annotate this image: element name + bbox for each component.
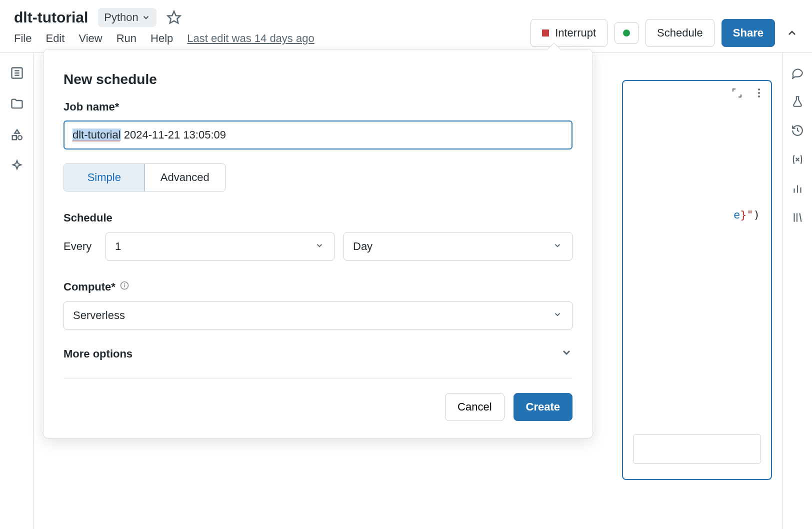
schedule-section: Schedule Every 1 Day [64,212,572,260]
menu-edit[interactable]: Edit [46,32,64,45]
tab-advanced[interactable]: Advanced [145,164,226,191]
job-name-rest: 2024-11-21 13:05:09 [121,128,226,141]
status-dot-icon [623,30,630,36]
share-label: Share [733,26,764,40]
info-icon[interactable] [120,280,130,294]
code-fragment: e}") [734,208,760,221]
chevron-down-icon [142,13,150,22]
code-cell[interactable]: e}") [622,80,772,480]
every-label: Every [64,240,96,253]
sparkle-icon[interactable] [10,159,24,173]
chevron-up-icon [786,27,798,39]
kebab-icon[interactable] [753,87,765,99]
comment-icon[interactable] [791,66,804,79]
divider [64,378,572,379]
job-name-selection: dlt-tutorial [72,128,121,141]
svg-point-19 [124,284,124,284]
header-right: Interrupt Schedule Share [530,8,802,47]
compute-label: Compute* [64,280,572,294]
interrupt-label: Interrupt [555,26,596,40]
popover-title: New schedule [64,72,572,88]
svg-point-16 [758,96,760,98]
job-name-label: Job name* [64,100,572,114]
header: dlt-tutorial Python File Edit View Run H… [0,0,812,53]
cell-output-box [633,434,761,464]
star-icon[interactable] [166,10,182,25]
unit-select[interactable]: Day [344,232,572,260]
chevron-down-icon [560,346,572,362]
chevron-down-icon [553,309,563,322]
svg-point-15 [758,92,760,94]
schedule-button[interactable]: Schedule [646,19,714,47]
svg-marker-0 [168,12,180,24]
header-left: dlt-tutorial Python File Edit View Run H… [14,8,530,51]
history-icon[interactable] [791,124,804,137]
svg-point-7 [18,136,22,140]
shapes-icon[interactable] [10,128,24,142]
title-row: dlt-tutorial Python [14,8,530,27]
last-edit-link[interactable]: Last edit was 14 days ago [187,32,314,45]
mode-tabs: Simple Advanced [64,164,226,192]
right-rail [782,53,812,529]
variables-icon[interactable] [791,153,804,166]
chevron-down-icon [315,240,325,253]
schedule-label: Schedule [657,26,703,40]
share-button[interactable]: Share [722,19,775,47]
interrupt-button[interactable]: Interrupt [530,19,608,47]
schedule-popover: New schedule Job name* dlt-tutorial 2024… [43,49,593,438]
left-rail [0,53,34,529]
job-name-input[interactable]: dlt-tutorial 2024-11-21 13:05:09 [64,120,572,150]
create-button[interactable]: Create [514,393,572,421]
toc-icon[interactable] [10,66,24,80]
compute-select[interactable]: Serverless [64,302,572,330]
cancel-button[interactable]: Cancel [445,393,504,421]
flask-icon[interactable] [791,95,804,108]
menu-bar: File Edit View Run Help Last edit was 14… [14,32,530,51]
menu-run[interactable]: Run [116,32,136,45]
header-expand-toggle[interactable] [782,22,802,44]
interval-select[interactable]: 1 [106,232,334,260]
stop-icon [542,30,549,36]
schedule-label: Schedule [64,212,572,224]
more-options-toggle[interactable]: More options [64,346,572,362]
unit-value: Day [353,240,372,253]
tab-simple[interactable]: Simple [64,164,145,191]
svg-point-14 [758,88,760,90]
menu-view[interactable]: View [78,32,102,45]
compute-section: Compute* Serverless [64,280,572,330]
svg-line-13 [800,213,801,222]
folder-icon[interactable] [10,97,24,111]
popover-footer: Cancel Create [64,393,572,421]
library-icon[interactable] [791,211,804,224]
chart-icon[interactable] [791,182,804,195]
interval-value: 1 [115,240,121,253]
language-label: Python [104,11,138,24]
document-title[interactable]: dlt-tutorial [14,9,88,26]
svg-marker-5 [14,130,19,134]
schedule-row: Every 1 Day [64,232,572,260]
menu-file[interactable]: File [14,32,32,45]
cell-toolbar [731,87,765,99]
status-button[interactable] [614,22,638,44]
menu-help[interactable]: Help [150,32,173,45]
svg-rect-6 [12,136,16,140]
expand-icon[interactable] [731,87,743,99]
chevron-down-icon [553,240,563,253]
more-options-label: More options [64,348,132,360]
language-selector[interactable]: Python [98,8,156,27]
compute-value: Serverless [73,309,125,322]
